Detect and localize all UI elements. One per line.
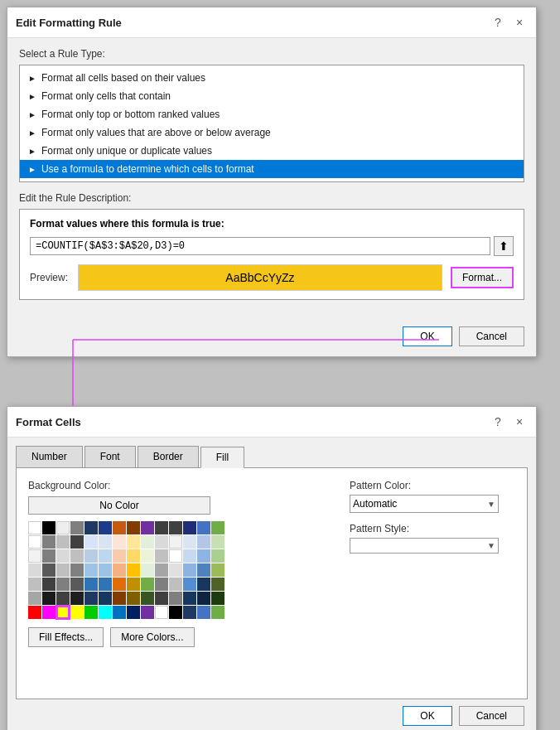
color-cell[interactable] — [197, 521, 210, 534]
more-colors-button[interactable]: More Colors... — [110, 627, 194, 647]
color-cell[interactable] — [99, 521, 112, 534]
color-cell[interactable] — [99, 535, 112, 549]
color-cell[interactable] — [197, 578, 210, 591]
color-cell[interactable] — [155, 606, 168, 619]
pattern-color-select[interactable]: Automatic ▼ — [350, 495, 499, 513]
color-cell[interactable] — [169, 578, 182, 591]
color-cell[interactable] — [99, 592, 112, 605]
color-cell[interactable] — [127, 606, 140, 619]
color-cell[interactable] — [127, 521, 140, 534]
color-cell[interactable] — [42, 592, 56, 605]
color-cell[interactable] — [127, 592, 140, 605]
formula-expand-button[interactable]: ⬆ — [494, 236, 514, 256]
color-cell[interactable] — [127, 563, 140, 577]
color-cell[interactable] — [99, 563, 112, 577]
color-cell[interactable] — [84, 606, 98, 619]
color-cell[interactable] — [155, 592, 168, 605]
color-cell[interactable] — [56, 521, 70, 534]
color-cell[interactable] — [70, 592, 84, 605]
edit-ok-button[interactable]: OK — [403, 326, 451, 346]
color-cell[interactable] — [42, 578, 56, 591]
color-cell[interactable] — [113, 521, 126, 534]
color-cell[interactable] — [56, 549, 70, 563]
color-cell[interactable] — [70, 578, 84, 591]
color-cell[interactable] — [211, 592, 224, 605]
pattern-style-select[interactable]: ▼ — [350, 538, 499, 554]
color-cell[interactable] — [211, 535, 224, 549]
color-cell[interactable] — [28, 606, 41, 619]
color-cell[interactable] — [84, 578, 98, 591]
color-cell[interactable] — [28, 578, 41, 591]
color-cell[interactable] — [155, 578, 168, 591]
color-cell[interactable] — [70, 563, 84, 577]
color-cell[interactable] — [183, 606, 196, 619]
format-button[interactable]: Format... — [451, 267, 514, 288]
color-cell[interactable] — [70, 521, 84, 534]
color-cell[interactable] — [113, 549, 126, 563]
color-cell[interactable] — [183, 592, 196, 605]
color-cell[interactable] — [183, 521, 196, 534]
color-cell[interactable] — [183, 578, 196, 591]
rule-item-4[interactable]: ► Format only unique or duplicate values — [20, 142, 524, 160]
color-cell[interactable] — [56, 535, 70, 549]
color-cell[interactable] — [197, 549, 210, 563]
color-cell[interactable] — [99, 549, 112, 563]
fill-effects-button[interactable]: Fill Effects... — [28, 627, 104, 647]
color-cell[interactable] — [127, 535, 140, 549]
color-cell[interactable] — [28, 535, 41, 549]
color-cell[interactable] — [197, 592, 210, 605]
color-cell[interactable] — [141, 549, 154, 563]
color-cell[interactable] — [113, 578, 126, 591]
color-cell[interactable] — [169, 549, 182, 563]
color-cell[interactable] — [211, 578, 224, 591]
color-cell[interactable] — [28, 549, 41, 563]
color-cell[interactable] — [56, 578, 70, 591]
color-cell[interactable] — [113, 563, 126, 577]
color-cell[interactable] — [113, 535, 126, 549]
rule-item-3[interactable]: ► Format only values that are above or b… — [20, 123, 524, 142]
color-cell[interactable] — [169, 592, 182, 605]
color-cell[interactable] — [169, 563, 182, 577]
color-cell[interactable] — [141, 563, 154, 577]
rule-item-2[interactable]: ► Format only top or bottom ranked value… — [20, 105, 524, 123]
color-cell[interactable] — [183, 549, 196, 563]
rule-item-1[interactable]: ► Format only cells that contain — [20, 87, 524, 105]
color-cell[interactable] — [183, 563, 196, 577]
color-cell[interactable] — [70, 549, 84, 563]
edit-dialog-help-icon[interactable]: ? — [490, 14, 506, 31]
color-cell[interactable] — [42, 521, 56, 534]
color-cell[interactable] — [211, 549, 224, 563]
color-cell[interactable] — [127, 578, 140, 591]
color-cell[interactable] — [169, 606, 182, 619]
rule-item-0[interactable]: ► Format all cells based on their values — [20, 69, 524, 87]
color-cell[interactable] — [211, 606, 224, 619]
color-cell[interactable] — [42, 549, 56, 563]
color-cell[interactable] — [56, 592, 70, 605]
color-cell[interactable] — [155, 549, 168, 563]
tab-fill[interactable]: Fill — [200, 447, 244, 468]
color-cell[interactable] — [84, 535, 98, 549]
color-cell[interactable] — [28, 563, 41, 577]
color-cell[interactable] — [84, 549, 98, 563]
color-cell[interactable] — [169, 535, 182, 549]
color-cell[interactable] — [211, 521, 224, 534]
format-dialog-close-icon[interactable]: × — [511, 413, 528, 430]
color-cell[interactable] — [141, 521, 154, 534]
color-cell[interactable] — [141, 535, 154, 549]
rule-item-5[interactable]: ► Use a formula to determine which cells… — [20, 160, 524, 178]
formula-input[interactable] — [30, 237, 490, 255]
color-cell[interactable] — [113, 606, 126, 619]
color-cell[interactable] — [197, 535, 210, 549]
color-cell[interactable] — [127, 549, 140, 563]
color-cell[interactable] — [99, 606, 112, 619]
color-cell[interactable] — [141, 606, 154, 619]
color-cell[interactable] — [28, 521, 41, 534]
color-cell[interactable] — [183, 535, 196, 549]
color-cell[interactable] — [169, 521, 182, 534]
format-cancel-button[interactable]: Cancel — [459, 706, 524, 726]
color-cell[interactable] — [141, 592, 154, 605]
color-cell[interactable] — [70, 606, 84, 619]
color-cell[interactable] — [42, 606, 56, 619]
color-cell[interactable] — [84, 521, 98, 534]
color-cell[interactable] — [84, 592, 98, 605]
